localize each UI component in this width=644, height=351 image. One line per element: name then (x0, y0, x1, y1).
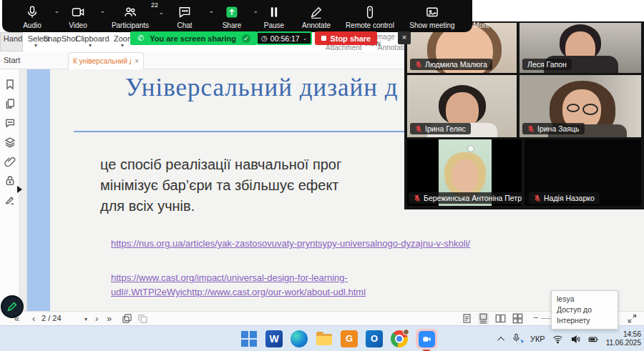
chat-bubble-icon (164, 4, 205, 20)
participant-nametag: Бережинська Антоніна Петрівна (409, 192, 522, 204)
audio-button[interactable]: ⌄ Audio (9, 4, 55, 29)
mic-muted-icon (527, 125, 535, 133)
show-meeting-button[interactable]: Show meeting (401, 4, 463, 29)
participant-video[interactable]: Ірина Заяць (519, 75, 641, 137)
mouse-icon (343, 4, 397, 20)
tab-close-icon[interactable]: × (135, 57, 139, 65)
tray-date: 11.06.2025 (606, 339, 641, 347)
slide-body-line: це спосіб реалізації навчальної прог (100, 157, 341, 173)
pause-icon (258, 4, 290, 20)
file-explorer-icon[interactable] (316, 330, 333, 347)
word-icon[interactable]: W (265, 330, 283, 347)
pause-share-button[interactable]: Pause (254, 4, 294, 29)
menu-annotation[interactable]: Annotati (378, 44, 404, 51)
next-page-icon[interactable]: › (95, 313, 98, 324)
cursor-icon (519, 339, 526, 345)
zoom-out-icon[interactable]: − (533, 312, 539, 323)
ellipsis-icon (467, 4, 496, 20)
taskbar-clock[interactable]: 14:56 11.06.2025 (606, 330, 643, 347)
slide-hyperlink[interactable]: https://www.cast.org/impact/universal-de… (111, 272, 348, 283)
snapshot-tool-button[interactable]: SnapShot (43, 34, 77, 43)
expand-panel-arrow-icon[interactable] (17, 186, 22, 193)
participant-video-active-speaker[interactable]: Леся Гапон (519, 23, 641, 73)
participants-button[interactable]: 22 ⌄ Participants (101, 4, 160, 29)
page-indicator[interactable]: 2 / 24 (42, 312, 86, 325)
page-dropdown-caret-icon[interactable]: ▾ (84, 316, 87, 322)
comments-icon[interactable] (4, 117, 16, 129)
windows-taskbar: W G O УКР (0, 325, 644, 351)
outlook-icon[interactable]: O (366, 330, 383, 347)
participant-video[interactable]: Ірина Геляс (407, 75, 517, 137)
chrome-icon[interactable] (391, 330, 408, 347)
keyboard-language[interactable]: УКР (530, 335, 545, 343)
zoom-app-icon (419, 331, 435, 347)
zoom-caret-icon[interactable]: ▾ (121, 42, 124, 49)
window-icon (406, 4, 459, 20)
participants-icon (105, 4, 155, 20)
mic-in-use-icon[interactable] (512, 333, 523, 345)
clipboard-tool-button[interactable]: Clipboard (75, 34, 109, 43)
zoom-slider[interactable] (541, 318, 551, 319)
sharing-timer[interactable]: ◷ 00:56:17 ⌄ (256, 31, 312, 45)
last-page-icon[interactable]: » (107, 313, 112, 324)
fullscreen-icon[interactable] (627, 313, 638, 324)
annotate-button[interactable]: Annotate (294, 4, 338, 29)
screen: Hand Select ▾ SnapShot Clipboard ▾ Zoom … (0, 0, 644, 351)
remote-control-button[interactable]: Remote control (338, 4, 401, 29)
tray-overflow-icon[interactable] (497, 336, 504, 343)
video-button[interactable]: ⌄ Video (55, 4, 101, 29)
pdf-app-icon[interactable]: G (341, 330, 358, 347)
clipboard-caret-icon[interactable]: ▾ (89, 42, 92, 49)
zoom-app-active[interactable] (416, 329, 437, 349)
edge-icon[interactable] (291, 330, 308, 347)
tray-time: 14:56 (606, 330, 641, 339)
pages-icon[interactable] (4, 98, 16, 109)
stop-share-button[interactable]: Stop share (315, 31, 377, 45)
tab-start[interactable]: Start (4, 56, 20, 64)
tab-document[interactable]: К універсальний диз... × (68, 52, 144, 69)
system-tray: УКР 14:56 11.06.2025 (499, 326, 643, 351)
slide-body-line: для всіх учнів. (100, 198, 195, 214)
pdf-status-bar: « ‹ 2 / 24 ▾ › » − (0, 311, 644, 325)
prev-page-icon[interactable]: ‹ (32, 313, 35, 324)
tab-document-title: К універсальний диз... (73, 57, 131, 65)
close-video-panel-button[interactable]: × (398, 31, 411, 44)
duplicate-page-icon[interactable] (137, 313, 148, 324)
snapshot-page-icon[interactable] (122, 313, 132, 324)
close-icon: × (402, 33, 406, 41)
battery-icon[interactable] (588, 334, 599, 345)
pencil-icon (298, 4, 334, 20)
more-button[interactable]: More (463, 4, 500, 29)
network-name: lesya (557, 294, 613, 305)
screen-sharing-banner: ✆ You are screen sharing ✓ ◷ 00:56:17 ⌄ … (130, 31, 377, 45)
continuous-view-icon[interactable] (478, 313, 489, 324)
slide-hyperlink[interactable]: udl#.WtTPl2eWyichttp://www.cast.org/our-… (111, 287, 366, 297)
wifi-icon[interactable] (552, 334, 563, 345)
select-caret-icon[interactable]: ▾ (34, 42, 37, 49)
slide-hyperlink[interactable]: https://nus.org.ua/articles/yak-zastosov… (111, 238, 470, 249)
clock-icon: ◷ (261, 34, 268, 42)
lock-icon[interactable] (4, 175, 16, 187)
single-page-view-icon[interactable] (462, 313, 472, 324)
slide-title: Універсальний дизайн д (125, 74, 399, 102)
share-button[interactable]: ⌄ Share (210, 4, 254, 29)
sharing-status: ✆ You are screen sharing ✓ (130, 31, 256, 45)
attachment-icon[interactable] (4, 156, 16, 167)
two-page-view-icon[interactable] (495, 313, 506, 324)
microphone-icon (14, 4, 51, 20)
share-up-arrow-icon (214, 4, 250, 20)
timer-caret-icon[interactable]: ⌄ (303, 35, 308, 41)
participant-video[interactable]: Надія Назарко (525, 139, 641, 206)
speaker-icon[interactable] (570, 334, 581, 345)
bookmark-icon[interactable] (4, 79, 16, 90)
annotate-fab-button[interactable] (1, 295, 24, 318)
chat-button[interactable]: ⌄ Chat (160, 4, 210, 29)
mic-muted-icon (415, 61, 422, 69)
grid-view-icon[interactable] (512, 313, 523, 324)
participant-video[interactable]: Бережинська Антоніна Петрівна (407, 139, 522, 206)
signature-icon[interactable] (4, 194, 16, 206)
layers-icon[interactable] (4, 137, 16, 148)
start-button[interactable] (240, 330, 258, 347)
participant-nametag: Леся Гапон (522, 59, 572, 70)
mic-muted-icon (414, 194, 421, 202)
